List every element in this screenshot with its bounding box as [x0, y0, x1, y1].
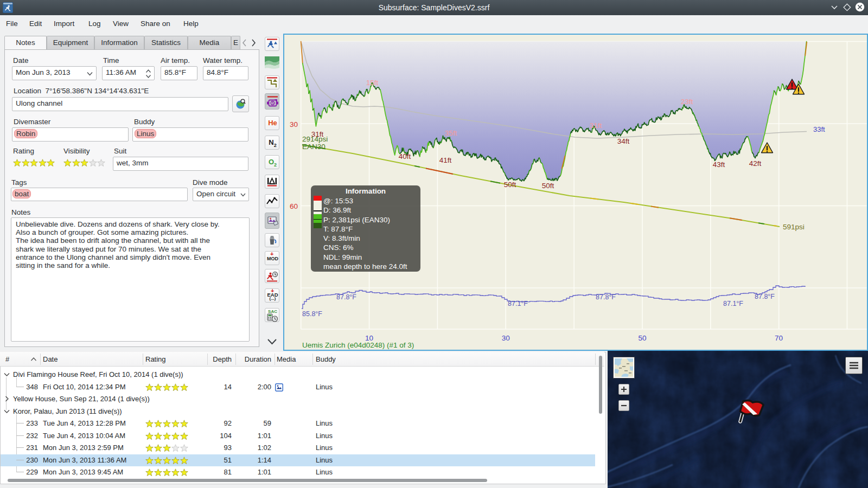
svg-text:50ft: 50ft [504, 181, 516, 189]
svg-text:34ft: 34ft [617, 137, 630, 145]
svg-text:42ft: 42ft [749, 159, 762, 168]
svg-text:41ft: 41ft [439, 156, 452, 164]
svg-text:87.8°F: 87.8°F [755, 293, 775, 300]
svg-text:30: 30 [290, 120, 298, 129]
svg-text:15ft: 15ft [366, 79, 379, 87]
svg-text:87.1°F: 87.1°F [723, 300, 743, 307]
svg-text:30: 30 [502, 334, 510, 342]
svg-text:23ft: 23ft [681, 98, 693, 106]
svg-text:87.8°F: 87.8°F [596, 293, 616, 301]
svg-text:43ft: 43ft [713, 160, 725, 169]
svg-text:85.8°F: 85.8°F [302, 310, 322, 318]
svg-text:35ft: 35ft [445, 129, 457, 137]
svg-text:31ft: 31ft [590, 121, 602, 130]
svg-text:2914psi: 2914psi [302, 135, 328, 143]
svg-text:591psi: 591psi [783, 223, 805, 231]
svg-text:70: 70 [775, 334, 783, 342]
svg-text:Uemis Zurich (e04d0248) (#1 of: Uemis Zurich (e04d0248) (#1 of 3) [302, 341, 414, 349]
svg-text:50: 50 [638, 334, 646, 342]
svg-text:50ft: 50ft [542, 182, 554, 190]
svg-text:40ft: 40ft [399, 152, 411, 160]
svg-text:33ft: 33ft [813, 125, 825, 133]
svg-text:87.1°F: 87.1°F [508, 300, 528, 307]
svg-text:87.8°F: 87.8°F [336, 293, 356, 301]
svg-text:EAN30: EAN30 [302, 143, 326, 151]
svg-text:60: 60 [290, 202, 298, 210]
